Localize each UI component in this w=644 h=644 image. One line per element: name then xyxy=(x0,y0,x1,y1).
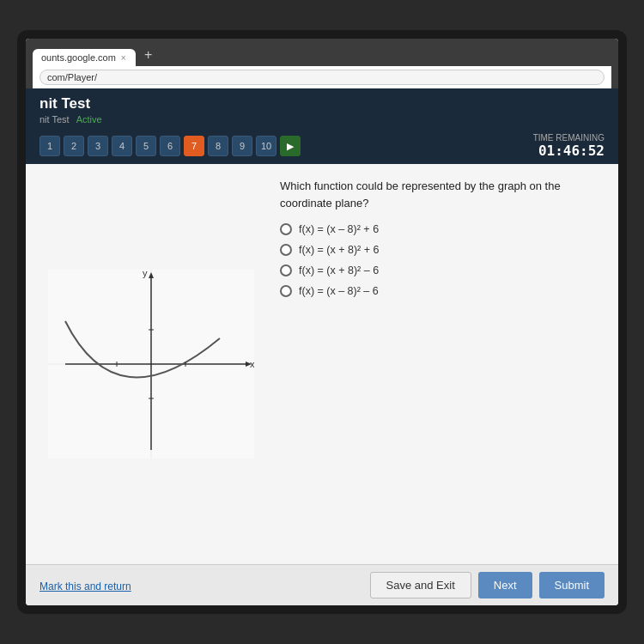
option-radio-3[interactable] xyxy=(280,264,292,276)
browser-chrome: ounts.google.com × + com/Player/ xyxy=(26,39,618,88)
laptop-frame: ounts.google.com × + com/Player/ nit Tes… xyxy=(17,30,627,614)
option-radio-4[interactable] xyxy=(280,285,292,297)
question-buttons: 12345678910▶ xyxy=(39,136,301,156)
app-header: nit Test nit Test Active xyxy=(26,88,618,130)
option-radio-1[interactable] xyxy=(280,223,292,235)
question-nav-bar: 12345678910▶ TIME REMAINING 01:46:52 xyxy=(26,130,618,164)
question-nav-btn-9[interactable]: 9 xyxy=(232,136,252,156)
svg-text:x: x xyxy=(250,359,254,369)
question-nav-btn-8[interactable]: 8 xyxy=(208,136,228,156)
question-nav-btn-10[interactable]: 10 xyxy=(256,136,276,156)
main-content: x y Which function could be represented … xyxy=(26,164,618,564)
option-label-2: f(x) = (x + 8)² + 6 xyxy=(299,244,379,256)
question-nav-btn-1[interactable]: 1 xyxy=(39,136,60,156)
question-nav-btn-5[interactable]: 5 xyxy=(136,136,156,156)
option-label-4: f(x) = (x – 8)² – 6 xyxy=(299,285,379,297)
app-subtitle: nit Test Active xyxy=(39,114,605,125)
mark-return-link[interactable]: Mark this and return xyxy=(39,580,131,592)
question-area: Which function could be represented by t… xyxy=(280,178,605,550)
timer-value: 01:46:52 xyxy=(533,143,605,159)
options-list: f(x) = (x – 8)² + 6f(x) = (x + 8)² + 6f(… xyxy=(280,223,605,297)
option-item-1[interactable]: f(x) = (x – 8)² + 6 xyxy=(280,223,605,235)
save-exit-button[interactable]: Save and Exit xyxy=(370,572,471,598)
option-label-3: f(x) = (x + 8)² – 6 xyxy=(299,264,379,276)
question-nav-next-arrow[interactable]: ▶ xyxy=(280,136,301,156)
browser-tab-active[interactable]: ounts.google.com × xyxy=(33,49,136,66)
question-nav-btn-6[interactable]: 6 xyxy=(160,136,180,156)
coordinate-graph: x y xyxy=(48,270,254,459)
next-button[interactable]: Next xyxy=(478,572,532,598)
question-nav-btn-3[interactable]: 3 xyxy=(88,136,108,156)
status-badge: Active xyxy=(76,114,102,125)
question-text: Which function could be represented by t… xyxy=(280,178,605,211)
option-radio-2[interactable] xyxy=(280,244,292,256)
browser-tabs: ounts.google.com × + xyxy=(33,44,611,66)
tab-close-icon[interactable]: × xyxy=(121,53,126,63)
timer-area: TIME REMAINING 01:46:52 xyxy=(533,133,605,159)
option-item-2[interactable]: f(x) = (x + 8)² + 6 xyxy=(280,244,605,256)
svg-text:y: y xyxy=(143,270,148,278)
address-input[interactable]: com/Player/ xyxy=(39,70,605,85)
timer-label: TIME REMAINING xyxy=(533,133,605,143)
question-nav-btn-4[interactable]: 4 xyxy=(112,136,132,156)
option-item-4[interactable]: f(x) = (x – 8)² – 6 xyxy=(280,285,605,297)
submit-button[interactable]: Submit xyxy=(539,572,605,598)
page-title: nit Test xyxy=(39,95,605,112)
footer-left: Mark this and return xyxy=(39,578,131,593)
question-nav-btn-7[interactable]: 7 xyxy=(184,136,204,156)
address-bar: com/Player/ xyxy=(33,66,611,88)
option-label-1: f(x) = (x – 8)² + 6 xyxy=(299,223,379,235)
option-item-3[interactable]: f(x) = (x + 8)² – 6 xyxy=(280,264,605,276)
footer: Mark this and return Save and Exit Next … xyxy=(26,564,618,605)
tab-url-label: ounts.google.com xyxy=(41,52,116,63)
footer-right: Save and Exit Next Submit xyxy=(370,572,605,598)
graph-area: x y xyxy=(39,178,263,550)
new-tab-button[interactable]: + xyxy=(137,44,159,66)
question-nav-btn-2[interactable]: 2 xyxy=(64,136,84,156)
screen: ounts.google.com × + com/Player/ nit Tes… xyxy=(26,39,618,605)
subtitle-label: nit Test xyxy=(39,114,70,125)
